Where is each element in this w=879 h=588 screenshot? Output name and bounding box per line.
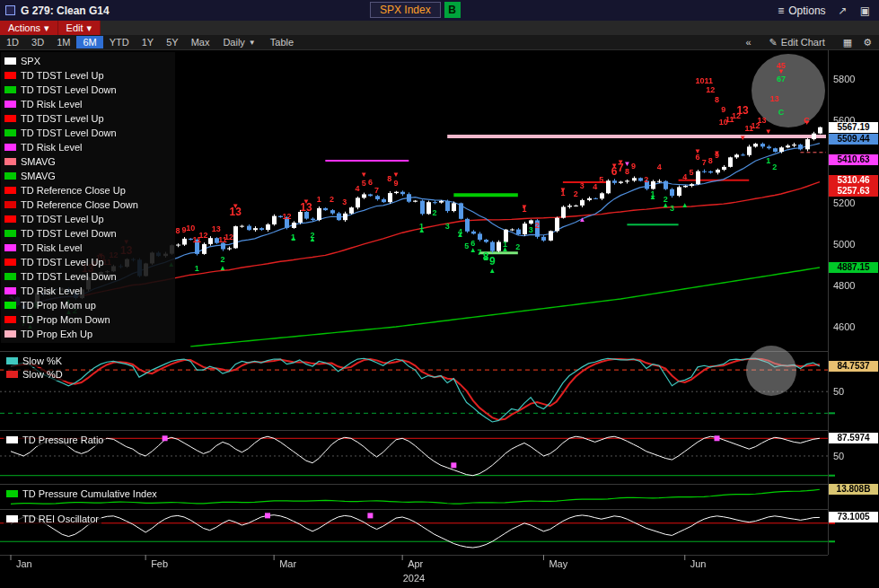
td-count-number: 67 — [777, 75, 786, 83]
legend-swatch — [4, 215, 16, 223]
price-badge: 5410.63 — [829, 154, 878, 165]
legend-item[interactable]: TD Prop Exh Up — [4, 327, 175, 341]
titlebar-right: ≡ Options ↗ ▣ — [778, 4, 879, 17]
legend-label: TD Prop Exh Up — [21, 329, 92, 339]
legend-label: TD Risk Level — [21, 99, 82, 110]
range-button-6m[interactable]: 6M — [76, 36, 102, 48]
legend-item[interactable]: SMAVG — [4, 154, 175, 169]
legend-item[interactable]: TD Prop Mom Down — [4, 312, 175, 327]
window-icon[interactable]: ▣ — [860, 4, 870, 17]
legend-item[interactable]: TD TDST Level Down — [4, 83, 175, 97]
td-count-number: 9 — [393, 179, 398, 188]
down-arrow-marker: ▼ — [694, 148, 701, 155]
legend-swatch — [4, 330, 16, 338]
td-count-number: 2 — [574, 189, 578, 198]
legend-item[interactable]: TD TDST Level Up — [4, 255, 175, 269]
range-button-max[interactable]: Max — [185, 36, 216, 48]
td-count-number: 8 — [625, 167, 629, 176]
actions-menu[interactable]: Actions ▾ — [0, 21, 58, 35]
legend-swatch — [4, 86, 16, 93]
options-menu-button[interactable]: ≡ Options — [778, 4, 825, 17]
legend-label: TD TDST Level Up — [21, 113, 104, 124]
td-count-number: 13 — [736, 104, 748, 117]
frequency-label: Daily — [223, 37, 244, 48]
legend-item[interactable]: TD Risk Level — [4, 97, 175, 111]
legend-label: SPX — [21, 56, 40, 66]
td-count-number: 5 — [464, 241, 469, 250]
security-search-field[interactable]: SPX Index — [370, 2, 441, 18]
legend-label: TD Reference Close Up — [21, 185, 126, 196]
edit-chart-button[interactable]: ✎ Edit Chart — [762, 36, 832, 49]
gear-icon[interactable]: ⚙ — [863, 37, 872, 48]
legend-swatch — [4, 230, 16, 237]
legend-item[interactable]: TD TDST Level Up — [4, 68, 175, 83]
collapse-icon[interactable]: « — [745, 37, 751, 48]
pencil-icon: ✎ — [769, 37, 778, 48]
legend-item[interactable]: TD Risk Level — [4, 140, 175, 154]
price-axis-label: 5000 — [833, 239, 855, 250]
legend-item[interactable]: TD TDST Level Down — [4, 269, 175, 284]
up-arrow-marker: ▲ — [457, 232, 464, 239]
legend-label: TD TDST Level Down — [21, 127, 117, 138]
range-button-ytd[interactable]: YTD — [103, 36, 136, 48]
td-count-number: 7 — [477, 248, 481, 257]
legend-item[interactable]: SMAVG — [4, 169, 175, 183]
legend-swatch — [4, 172, 16, 180]
td-count-number: 12 — [282, 212, 291, 221]
td-count-number: 7 — [702, 158, 707, 167]
range-button-5y[interactable]: 5Y — [160, 36, 184, 48]
legend-item[interactable]: TD Reference Close Down — [4, 197, 175, 212]
panel-legend-label: TD Pressure Ratio — [22, 434, 103, 445]
grid-icon[interactable]: ▦ — [843, 37, 852, 48]
price-axis-label: 4600 — [833, 321, 855, 332]
panel-legend-item[interactable]: Slow %K — [4, 355, 65, 367]
legend-item[interactable]: TD Risk Level — [4, 241, 175, 255]
range-button-1m[interactable]: 1M — [50, 36, 76, 48]
x-axis-month: Mar — [279, 558, 296, 569]
legend-label: TD TDST Level Up — [21, 70, 104, 81]
range-button-3d[interactable]: 3D — [25, 36, 50, 48]
up-arrow-marker: ▲ — [578, 216, 585, 224]
range-button-1y[interactable]: 1Y — [136, 36, 160, 48]
legend-item[interactable]: TD Prop Mom up — [4, 298, 175, 312]
panel-legend-item[interactable]: TD Pressure Ratio — [4, 434, 106, 446]
legend-item[interactable]: TD Reference Close Up — [4, 183, 175, 197]
panel-legend-item[interactable]: Slow %D — [4, 368, 66, 381]
td-count-number: 8 — [387, 174, 391, 183]
legend-item[interactable]: SPX — [4, 54, 175, 68]
legend-label: TD Prop Mom up — [21, 300, 96, 311]
up-arrow-marker: ▲ — [219, 265, 226, 272]
toolbar: 1D3D1M6MYTD1Y5YMax Daily ▼ Table « ✎ Edi… — [0, 35, 879, 50]
window-title: G 279: Clean G14 — [21, 4, 110, 17]
legend-swatch — [4, 101, 16, 108]
down-arrow-marker: ▼ — [623, 161, 630, 168]
frequency-select[interactable]: Daily ▼ — [215, 36, 262, 48]
td-count-number: 4 — [657, 162, 662, 171]
legend-label: TD Prop Mom Down — [21, 314, 110, 325]
range-button-1d[interactable]: 1D — [0, 36, 25, 48]
legend-swatch — [4, 316, 16, 323]
x-axis-month: Feb — [151, 558, 168, 569]
legend-item[interactable]: TD TDST Level Down — [4, 226, 175, 241]
table-button[interactable]: Table — [263, 36, 301, 48]
legend-item[interactable]: TD TDST Level Up — [4, 212, 175, 226]
legend-item[interactable]: TD TDST Level Down — [4, 126, 175, 140]
legend-label: TD TDST Level Down — [21, 271, 117, 282]
price-badge: 4887.15 — [829, 262, 878, 273]
popout-icon[interactable]: ↗ — [839, 4, 848, 17]
price-badge: 5310.46 — [829, 175, 878, 186]
panel-axis-label: 50 — [833, 451, 844, 461]
panel-legend-item[interactable]: TD Pressure Cumulative Index — [4, 487, 160, 500]
b-button[interactable]: B — [444, 2, 461, 18]
legend-item[interactable]: TD Risk Level — [4, 284, 175, 298]
td-count-number: 12 — [224, 233, 233, 241]
legend-label: TD TDST Level Up — [21, 257, 104, 268]
chevron-down-icon: ▼ — [249, 39, 256, 47]
legend-label: TD Risk Level — [21, 242, 82, 253]
chart-region: 7891213910111213891011121311121312121132… — [0, 50, 879, 588]
panel-value-badge: 73.1005 — [829, 512, 878, 522]
panel-legend-item[interactable]: TD REI Oscillator — [4, 513, 101, 525]
legend-item[interactable]: TD TDST Level Up — [4, 111, 175, 126]
td-count-number: 12 — [198, 231, 207, 240]
edit-menu[interactable]: Edit ▾ — [58, 21, 101, 35]
